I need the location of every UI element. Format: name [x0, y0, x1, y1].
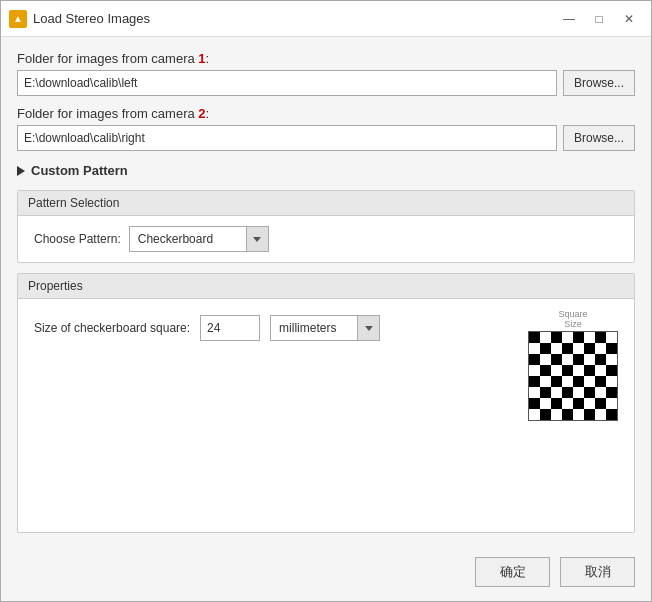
svg-rect-1	[529, 332, 540, 343]
custom-pattern-header[interactable]: Custom Pattern	[17, 161, 635, 180]
svg-rect-32	[606, 409, 617, 420]
checkerboard-container: SquareSize	[528, 309, 618, 421]
svg-rect-24	[606, 387, 617, 398]
svg-rect-18	[551, 376, 562, 387]
camera2-path-input[interactable]	[17, 125, 557, 151]
close-button[interactable]: ✕	[615, 8, 643, 30]
svg-rect-7	[584, 343, 595, 354]
units-select-value: millimeters	[271, 321, 357, 335]
pattern-select-arrow[interactable]	[246, 227, 268, 251]
chevron-down-icon	[365, 326, 373, 331]
camera2-label: Folder for images from camera 2:	[17, 106, 635, 121]
svg-rect-2	[551, 332, 562, 343]
svg-rect-12	[595, 354, 606, 365]
svg-rect-30	[562, 409, 573, 420]
camera2-group: Folder for images from camera 2: Browse.…	[17, 106, 635, 151]
properties-panel: Properties Size of checkerboard square: …	[17, 273, 635, 533]
app-icon: ▲	[9, 10, 27, 28]
svg-rect-11	[573, 354, 584, 365]
svg-rect-6	[562, 343, 573, 354]
maximize-button[interactable]: □	[585, 8, 613, 30]
title-bar-controls: — □ ✕	[555, 8, 643, 30]
svg-rect-20	[595, 376, 606, 387]
minimize-button[interactable]: —	[555, 8, 583, 30]
svg-rect-27	[573, 398, 584, 409]
pattern-row: Choose Pattern: Checkerboard	[34, 226, 618, 252]
expand-icon	[17, 166, 25, 176]
svg-rect-8	[606, 343, 617, 354]
svg-rect-17	[529, 376, 540, 387]
svg-rect-25	[529, 398, 540, 409]
svg-rect-3	[573, 332, 584, 343]
svg-rect-16	[606, 365, 617, 376]
units-select[interactable]: millimeters	[270, 315, 380, 341]
svg-rect-14	[562, 365, 573, 376]
properties-header: Properties	[18, 274, 634, 299]
svg-rect-15	[584, 365, 595, 376]
cancel-button[interactable]: 取消	[560, 557, 635, 587]
svg-rect-13	[540, 365, 551, 376]
svg-rect-28	[595, 398, 606, 409]
confirm-button[interactable]: 确定	[475, 557, 550, 587]
choose-pattern-label: Choose Pattern:	[34, 232, 121, 246]
svg-rect-29	[540, 409, 551, 420]
camera1-label: Folder for images from camera 1:	[17, 51, 635, 66]
camera2-input-row: Browse...	[17, 125, 635, 151]
square-size-annotation: SquareSize	[558, 309, 587, 329]
pattern-selection-panel: Pattern Selection Choose Pattern: Checke…	[17, 190, 635, 263]
pattern-select[interactable]: Checkerboard	[129, 226, 269, 252]
pattern-selection-content: Choose Pattern: Checkerboard	[18, 216, 634, 262]
title-bar-left: ▲ Load Stereo Images	[9, 10, 150, 28]
square-size-input[interactable]	[200, 315, 260, 341]
svg-rect-9	[529, 354, 540, 365]
content-area: Folder for images from camera 1: Browse.…	[1, 37, 651, 547]
camera1-input-row: Browse...	[17, 70, 635, 96]
svg-rect-23	[584, 387, 595, 398]
pattern-select-value: Checkerboard	[130, 232, 246, 246]
custom-pattern-title: Custom Pattern	[31, 163, 128, 178]
camera1-group: Folder for images from camera 1: Browse.…	[17, 51, 635, 96]
svg-rect-21	[540, 387, 551, 398]
properties-content: Size of checkerboard square: millimeters…	[18, 299, 634, 357]
svg-rect-10	[551, 354, 562, 365]
main-window: ▲ Load Stereo Images — □ ✕ Folder for im…	[0, 0, 652, 602]
window-title: Load Stereo Images	[33, 11, 150, 26]
camera1-browse-button[interactable]: Browse...	[563, 70, 635, 96]
chevron-down-icon	[253, 237, 261, 242]
units-select-arrow[interactable]	[357, 316, 379, 340]
square-size-label: Size of checkerboard square:	[34, 321, 190, 335]
svg-rect-26	[551, 398, 562, 409]
footer: 确定 取消	[1, 547, 651, 601]
checkerboard-image	[528, 331, 618, 421]
svg-rect-22	[562, 387, 573, 398]
title-bar: ▲ Load Stereo Images — □ ✕	[1, 1, 651, 37]
svg-rect-19	[573, 376, 584, 387]
camera2-browse-button[interactable]: Browse...	[563, 125, 635, 151]
pattern-selection-header: Pattern Selection	[18, 191, 634, 216]
svg-rect-5	[540, 343, 551, 354]
svg-rect-4	[595, 332, 606, 343]
camera1-path-input[interactable]	[17, 70, 557, 96]
svg-rect-31	[584, 409, 595, 420]
